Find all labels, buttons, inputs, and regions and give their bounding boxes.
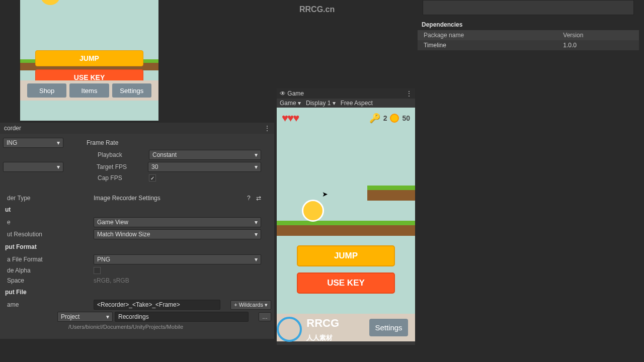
- scene-items-button[interactable]: Items: [69, 83, 109, 98]
- key-icon: 🔑: [369, 113, 380, 124]
- scene-shop-button[interactable]: Shop: [27, 83, 66, 98]
- targetfps-dropdown[interactable]: 30: [148, 162, 261, 172]
- mouse-cursor-icon: ➤: [322, 190, 328, 198]
- game-tab[interactable]: 👁 Game: [280, 90, 304, 97]
- game-jump-button[interactable]: JUMP: [297, 245, 395, 266]
- resolution-label: ut Resolution: [3, 231, 94, 238]
- inspector-panel: Dependencies Package name Version Timeli…: [418, 0, 639, 50]
- capfps-checkbox[interactable]: ✓: [149, 174, 156, 182]
- deps-table-header: Package name Version: [418, 30, 639, 40]
- fileformat-label: a File Format: [3, 256, 94, 263]
- game-mode-dropdown[interactable]: Game ▾: [280, 100, 301, 107]
- source-dropdown[interactable]: Game View: [94, 217, 261, 227]
- scene-settings-button[interactable]: Settings: [112, 83, 151, 98]
- ground: [277, 221, 415, 236]
- alpha-label: de Alpha: [3, 267, 94, 274]
- recordings-input[interactable]: Recordings: [115, 312, 249, 322]
- framerate-label: Frame Rate: [87, 139, 118, 146]
- resolution-dropdown[interactable]: Match Window Size: [94, 229, 261, 239]
- scene-preview: JUMP USE KEY Shop Items Settings: [20, 0, 158, 121]
- project-dropdown[interactable]: Project: [57, 312, 113, 322]
- name-label: ame: [3, 301, 94, 308]
- recorder-panel: corder ⋮ ING Frame Rate Playback Constan…: [0, 123, 274, 339]
- coins-count: 50: [402, 114, 410, 122]
- format-section: put Format: [3, 240, 271, 253]
- deps-table-row: Timeline 1.0.0: [418, 40, 639, 50]
- playback-dropdown[interactable]: Constant: [149, 150, 261, 160]
- recorder-tab-label: corder: [4, 125, 21, 132]
- header-package: Package name: [424, 32, 563, 39]
- space-value: sRGB, sRGB: [94, 277, 129, 284]
- watermark-text: RRCG.cn: [299, 5, 335, 14]
- source-label: e: [3, 219, 94, 226]
- dep-version: 1.0.0: [563, 42, 633, 49]
- keys-count: 2: [383, 114, 387, 122]
- fileformat-dropdown[interactable]: PNG: [94, 254, 261, 264]
- recorder-type-value: Image Recorder Settings: [94, 195, 160, 202]
- recorder-menu-icon[interactable]: ⋮: [264, 125, 270, 132]
- input-section: ut: [3, 203, 271, 216]
- alpha-checkbox: [94, 267, 101, 274]
- recorder-list-dropdown[interactable]: [3, 162, 63, 172]
- game-usekey-button[interactable]: USE KEY: [297, 273, 395, 294]
- game-character: [302, 200, 327, 225]
- help-icon[interactable]: ?: [247, 195, 251, 202]
- aspect-dropdown[interactable]: Free Aspect: [341, 100, 373, 107]
- game-panel: 👁 Game ⋮ Game ▾ Display 1 ▾ Free Aspect …: [277, 88, 415, 345]
- dep-name: Timeline: [424, 42, 563, 49]
- scene-character: [40, 0, 60, 5]
- header-version: Version: [563, 32, 633, 39]
- rrcg-logo: RRCG人人素材: [277, 317, 377, 347]
- game-menu-icon[interactable]: ⋮: [406, 90, 412, 97]
- path-text: /Users/bionicl/Documents/UnityProjects/M…: [3, 323, 271, 331]
- name-input[interactable]: <Recorder>_<Take>_<Frame>: [94, 300, 220, 310]
- display-dropdown[interactable]: Display 1 ▾: [306, 100, 336, 107]
- game-view: ♥♥♥ 🔑 2 50 JUMP USE KEY Settings: [277, 108, 415, 341]
- wildcards-button[interactable]: + Wildcards ▾: [230, 300, 271, 310]
- dependencies-label: Dependencies: [418, 19, 639, 30]
- targetfps-label: Target FPS: [93, 163, 148, 170]
- scene-jump-button[interactable]: JUMP: [35, 50, 143, 66]
- file-section: put File: [3, 286, 271, 299]
- coin-icon: [390, 114, 399, 123]
- recorder-type-label: der Type: [3, 195, 94, 202]
- package-box: [423, 0, 634, 15]
- capfps-label: Cap FPS: [94, 174, 149, 182]
- preset-icon[interactable]: ⇄: [256, 195, 261, 202]
- platform: [367, 186, 415, 201]
- hearts-icon: ♥♥♥: [282, 112, 298, 125]
- playback-label: Playback: [94, 151, 149, 158]
- recorder-status-dropdown[interactable]: ING: [3, 138, 63, 148]
- space-label: Space: [3, 277, 94, 284]
- browse-button[interactable]: …: [259, 312, 271, 321]
